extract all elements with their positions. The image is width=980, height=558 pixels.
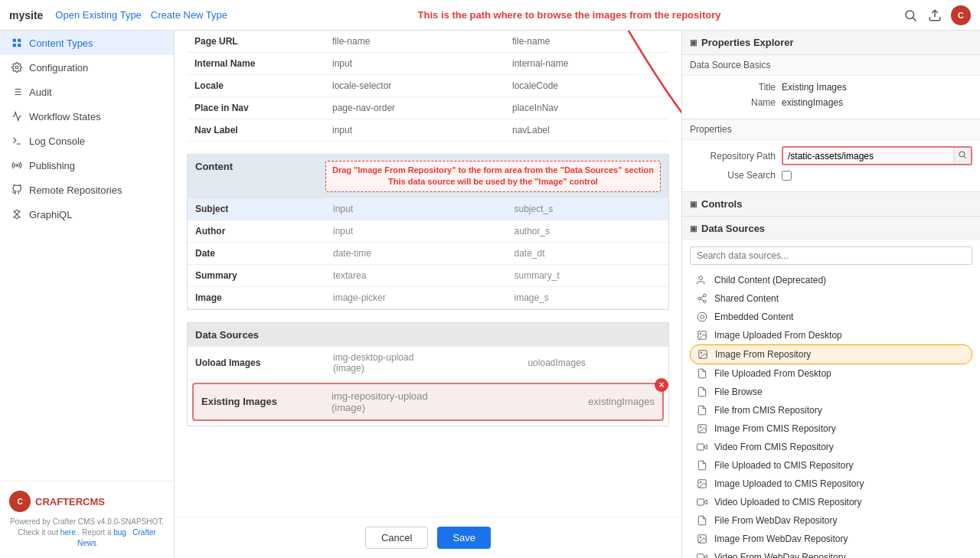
ds-item-label-3: Image Uploaded From Desktop — [714, 330, 842, 341]
site-name: mysite — [9, 9, 43, 21]
existing-images-name: Existing Images — [201, 396, 332, 407]
data-source-item-file-webdav[interactable]: File From WebDav Repository — [690, 511, 972, 530]
table-row: Nav Label input navLabel — [187, 119, 669, 142]
sidebar-item-configuration[interactable]: Configuration — [0, 55, 174, 80]
ds-item-label-6: File Browse — [714, 387, 763, 397]
file-cmis-icon — [696, 405, 708, 416]
ds-item-label-1: Shared Content — [714, 293, 779, 304]
field-value-place-in-nav: placeInNav — [505, 97, 669, 119]
crafter-user-icon[interactable]: C — [951, 5, 971, 25]
sidebar-footer-text: Powered by Crafter CMS v4.0.0-SNAPSHOT. … — [9, 517, 165, 549]
svg-point-27 — [697, 312, 707, 321]
repo-path-input-wrap — [782, 146, 972, 165]
sidebar-item-remote-repositories[interactable]: Remote Repositories — [0, 178, 174, 202]
content-field-author: Author — [188, 220, 325, 242]
grid-icon — [11, 37, 23, 49]
sidebar-item-log-console[interactable]: Log Console — [0, 129, 174, 153]
data-sources-list: Child Content (Deprecated)Shared Content… — [690, 271, 972, 558]
use-search-checkbox[interactable] — [782, 171, 792, 181]
content-field-summary: Summary — [188, 264, 325, 286]
table-row: Uoload Images img-desktop-upload(image) … — [188, 347, 668, 380]
repo-path-row: Repository Path — [690, 146, 972, 165]
repo-path-input[interactable] — [783, 148, 953, 164]
data-sources-panel-header[interactable]: ▣ Data Sources — [682, 217, 980, 240]
data-source-item-file-upload-cmis[interactable]: File Uploaded to CMIS Repository — [690, 456, 972, 475]
graphql-icon — [11, 208, 23, 220]
gear-icon — [11, 61, 23, 73]
data-sources-header: Data Sources — [188, 323, 668, 347]
data-source-item-image-repo[interactable]: Image From Repository — [690, 344, 972, 364]
sidebar-item-workflow-states[interactable]: Workflow States — [0, 104, 174, 129]
content-value-image: image_s — [506, 286, 668, 308]
ds-item-label-11: Image Uploaded to CMIS Repository — [714, 478, 864, 489]
data-sources-panel-label: Data Sources — [701, 223, 765, 234]
data-source-item-file-cmis[interactable]: File from CMIS Repository — [690, 401, 972, 419]
ds-item-label-10: File Uploaded to CMIS Repository — [714, 460, 853, 471]
ds-item-label-9: Video From CMIS Repository — [714, 442, 834, 452]
controls-header[interactable]: ▣ Controls — [682, 192, 980, 216]
topbar-icons: C — [902, 5, 971, 25]
properties-explorer-header[interactable]: ▣ Properties Explorer — [682, 31, 980, 54]
list-icon — [11, 86, 23, 98]
data-source-item-video-cmis[interactable]: Video From CMIS Repository — [690, 438, 972, 456]
sidebar-item-publishing[interactable]: Publishing — [0, 153, 174, 178]
create-new-link[interactable]: Create New Type — [151, 9, 227, 21]
ds-item-label-2: Embedded Content — [714, 312, 793, 322]
sidebar-label-workflow-states: Workflow States — [29, 111, 101, 122]
data-source-item-shared[interactable]: Shared Content — [690, 289, 972, 308]
repo-search-icon[interactable] — [953, 148, 971, 164]
svg-marker-39 — [704, 500, 707, 504]
search-sources-input[interactable] — [690, 246, 972, 265]
svg-rect-40 — [697, 499, 704, 505]
sidebar-item-audit[interactable]: Audit — [0, 80, 174, 104]
content-field-subject: Subject — [188, 198, 325, 220]
properties-header: Properties — [682, 119, 980, 140]
file-upload-icon — [696, 368, 708, 379]
svg-point-34 — [700, 426, 701, 428]
data-source-item-file-upload[interactable]: File Uploaded From Desktop — [690, 364, 972, 383]
data-source-item-image-webdav[interactable]: Image From WebDav Repository — [690, 530, 972, 548]
field-value-page-url: file-name — [505, 31, 669, 53]
svg-point-21 — [699, 276, 703, 280]
delete-existing-images-btn[interactable]: × — [655, 378, 668, 392]
controls-section: ▣ Controls — [682, 192, 980, 217]
crafter-logo-mark: C — [9, 491, 31, 512]
search-icon[interactable] — [902, 7, 919, 24]
video-webdav-icon — [696, 552, 708, 558]
image-repo-icon — [697, 349, 709, 360]
data-source-item-file-browse[interactable]: File Browse — [690, 383, 972, 401]
svg-point-38 — [700, 481, 701, 483]
properties-explorer-section: ▣ Properties Explorer — [682, 31, 980, 55]
open-existing-link[interactable]: Open Existing Type — [55, 9, 142, 21]
content-section: Content Drag "Image From Repository" to … — [187, 154, 669, 310]
here-link[interactable]: here — [60, 528, 76, 537]
svg-rect-36 — [697, 444, 704, 450]
sidebar-label-audit: Audit — [29, 86, 52, 98]
ds-type-upload: img-desktop-upload(image) — [325, 347, 520, 380]
sidebar-item-graphiql[interactable]: GraphiQL — [0, 202, 174, 227]
svg-rect-6 — [18, 44, 21, 47]
bug-link[interactable]: bug — [113, 528, 126, 537]
data-source-item-child[interactable]: Child Content (Deprecated) — [690, 271, 972, 289]
data-source-item-image-upload[interactable]: Image Uploaded From Desktop — [690, 326, 972, 344]
sidebar-item-content-types[interactable]: Content Types — [0, 31, 174, 55]
right-panel: ▣ Properties Explorer Data Source Basics… — [681, 31, 980, 558]
data-source-item-video-webdav[interactable]: Video From WebDav Repository — [690, 548, 972, 558]
data-source-basics-header: Data Source Basics — [682, 55, 980, 76]
data-source-item-image-upload-cmis[interactable]: Image Uploaded to CMIS Repository — [690, 475, 972, 493]
content-type-summary: textarea — [325, 264, 506, 286]
data-source-item-video-upload-cmis[interactable]: Video Uploaded to CMIS Repository — [690, 493, 972, 511]
shared-icon — [696, 293, 708, 304]
sidebar-footer: C CRAFTERCMS Powered by Crafter CMS v4.0… — [0, 481, 174, 558]
existing-images-row: Existing Images img-repository-upload(im… — [192, 383, 664, 421]
save-button[interactable]: Save — [437, 527, 491, 549]
data-source-item-image-cmis[interactable]: Image From CMIS Repository — [690, 419, 972, 438]
data-source-item-embedded[interactable]: Embedded Content — [690, 308, 972, 326]
table-row: Summary textarea summary_t — [188, 264, 668, 286]
svg-point-19 — [959, 152, 965, 157]
content-fields-table: Subject input subject_s Author input aut… — [188, 198, 668, 309]
svg-line-20 — [964, 156, 966, 158]
cancel-button[interactable]: Cancel — [365, 527, 428, 549]
sidebar-label-graphiql: GraphiQL — [29, 209, 72, 220]
upload-icon[interactable] — [926, 7, 943, 24]
